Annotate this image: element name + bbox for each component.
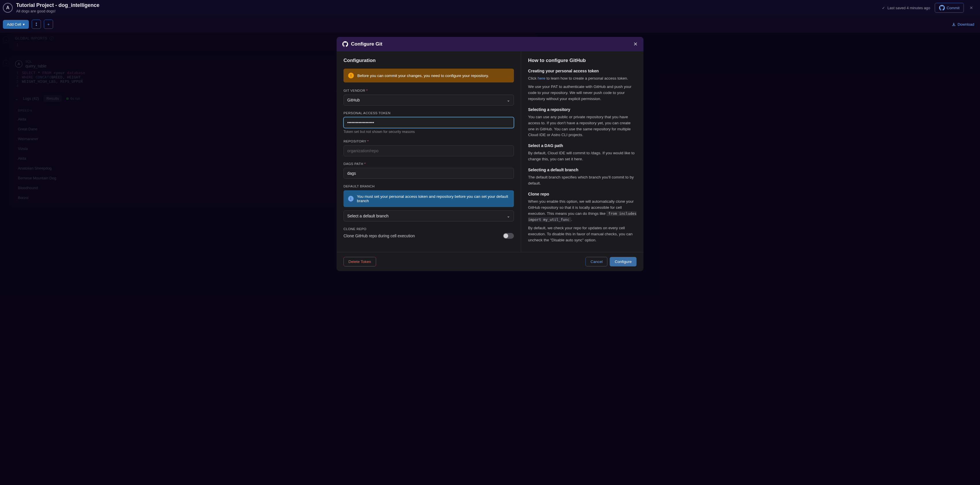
help-text: We use your PAT to authenticate with Git… [528,84,636,102]
dags-path-input[interactable] [344,168,514,179]
project-subtitle: All dogs are good dogs! [16,9,100,13]
download-button[interactable]: Download [952,22,974,27]
help-heading: Selecting a default branch [528,167,636,172]
clone-repo-toggle[interactable] [503,233,514,239]
info-icon: i [348,196,353,202]
pat-helper: Token set but not shown for security rea… [344,130,514,134]
add-button[interactable]: + [44,20,53,29]
configuration-heading: Configuration [344,58,514,64]
commit-button[interactable]: Commit [935,3,964,13]
pat-input[interactable] [344,117,514,128]
save-status-text: Last saved 4 minutes ago [888,6,930,10]
close-icon[interactable]: ✕ [969,4,974,11]
chevron-down-icon: ⌄ [507,98,510,102]
git-vendor-select[interactable]: GitHub ⌄ [344,95,514,105]
info-alert: i You must set your personal access toke… [344,190,514,207]
help-text: The default branch specifies which branc… [528,175,636,186]
chevron-down-icon: ⌄ [507,214,510,218]
help-heading: Creating your personal access token [528,68,636,73]
collapse-icon [34,22,38,26]
toolbar: Add Cell ▾ + Download [0,16,980,33]
help-heading: Selecting a repository [528,107,636,112]
help-title: How to configure GitHub [528,58,636,64]
configure-git-modal: Configure Git ✕ Configuration ! Before y… [337,37,643,271]
help-heading: Clone repo [528,192,636,196]
default-branch-select[interactable]: Select a default branch ⌄ [344,210,514,221]
warning-icon: ! [348,73,354,78]
github-icon [939,5,945,11]
help-link[interactable]: here [538,76,546,80]
warning-alert: ! Before you can commit your changes, yo… [344,68,514,83]
github-icon [342,41,348,47]
git-vendor-label: GIT VENDOR * [344,89,514,92]
info-alert-text: You must set your personal access token … [357,194,509,203]
app-logo[interactable]: A [3,3,13,13]
help-text: You can use any public or private reposi… [528,114,636,138]
dags-path-label: DAGS PATH * [344,162,514,165]
help-heading: Select a DAG path [528,143,636,148]
help-text: When you enable this option, we will aut… [528,199,636,223]
repo-input[interactable] [344,145,514,156]
help-text: By default, Cloud IDE will commit to /da… [528,150,636,162]
commit-label: Commit [947,6,959,10]
plus-icon: + [47,22,49,27]
add-cell-button[interactable]: Add Cell ▾ [3,20,29,29]
check-icon: ✓ [882,6,885,10]
save-status: ✓ Last saved 4 minutes ago [882,6,930,10]
git-vendor-value: GitHub [347,98,360,102]
modal-title: Configure Git [351,41,382,47]
help-text: By default, we check your repo for updat… [528,225,636,243]
cancel-button[interactable]: Cancel [585,257,608,266]
download-label: Download [958,22,974,27]
repo-label: REPOSITORY * [344,140,514,143]
chevron-down-icon: ▾ [23,22,25,27]
topbar: A Tutorial Project - dog_intelligence Al… [0,0,980,16]
default-branch-label: DEFAULT BRANCH [344,184,514,188]
warning-text: Before you can commit your changes, you … [357,73,489,78]
modal-close-button[interactable]: ✕ [633,41,638,47]
clone-repo-text: Clone GitHub repo during cell execution [344,234,415,238]
modal-overlay: Configure Git ✕ Configuration ! Before y… [0,33,980,485]
add-cell-label: Add Cell [7,22,21,27]
delete-token-button[interactable]: Delete Token [344,257,376,266]
clone-repo-label: CLONE REPO [344,227,514,231]
configure-button[interactable]: Configure [610,257,636,266]
collapse-button[interactable] [32,20,41,29]
project-title: Tutorial Project - dog_intelligence [16,2,100,8]
download-icon [952,22,956,26]
default-branch-value: Select a default branch [347,214,388,218]
help-text: Click here to learn how to create a pers… [528,76,636,82]
pat-label: PERSONAL ACCESS TOKEN [344,111,514,115]
